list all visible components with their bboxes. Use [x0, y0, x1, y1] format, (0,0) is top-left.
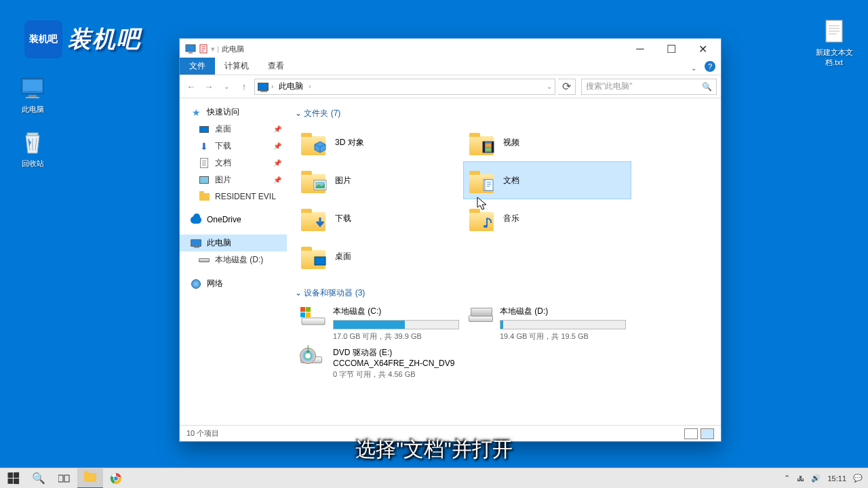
svg-rect-25 — [302, 318, 325, 325]
close-button[interactable]: ✕ — [687, 39, 718, 59]
svg-rect-11 — [189, 52, 193, 54]
ribbon-expand-icon[interactable]: ⌄ — [686, 62, 702, 75]
refresh-button[interactable]: ⟳ — [558, 79, 576, 95]
minimize-button[interactable]: ─ — [625, 39, 656, 59]
folder-music[interactable]: 音乐 — [463, 199, 631, 237]
tray-clock[interactable]: 15:11 — [827, 474, 846, 483]
help-icon[interactable]: ? — [705, 61, 715, 72]
sidebar-this-pc[interactable]: 此电脑 — [180, 235, 287, 251]
folder-downloads[interactable]: 下载 — [295, 199, 463, 237]
system-tray: ⌃ 🖧 🔊 15:11 💬 — [778, 474, 868, 483]
svg-rect-4 — [27, 133, 38, 136]
pin-icon: 📌 — [273, 159, 281, 167]
view-icons-button[interactable] — [701, 428, 714, 439]
taskbar-taskview[interactable] — [52, 468, 77, 489]
music-icon — [481, 216, 495, 230]
search-placeholder: 搜索"此电脑" — [586, 81, 633, 92]
chevron-down-icon[interactable]: ⌄ — [547, 83, 552, 90]
tray-notifications-icon[interactable]: 💬 — [853, 474, 863, 483]
drive-e-dvd[interactable]: ↓ DVD 驱动器 (E:)CCCOMA_X64FRE_ZH-CN_DV90 字… — [295, 344, 498, 382]
nav-sidebar: ★快速访问 桌面📌 ⬇下载📌 文档📌 图片📌 RESIDENT EVIL One… — [180, 98, 287, 425]
sidebar-documents[interactable]: 文档📌 — [180, 155, 287, 171]
folder-documents[interactable]: 文档 — [463, 161, 631, 199]
drive-c[interactable]: 本地磁盘 (C:)17.0 GB 可用，共 39.9 GB — [295, 303, 463, 344]
label: 回收站 — [22, 159, 44, 169]
dvd-icon — [300, 357, 322, 363]
hdd-icon — [469, 315, 493, 322]
sidebar-onedrive[interactable]: OneDrive — [180, 211, 287, 228]
ribbon-tabs: 文件 计算机 查看 ⌄ ? — [180, 59, 721, 75]
svg-rect-3 — [26, 97, 39, 98]
pc-icon — [258, 83, 269, 91]
svg-rect-31 — [64, 475, 69, 482]
nav-forward[interactable]: → — [201, 81, 216, 92]
tab-file[interactable]: 文件 — [180, 58, 215, 75]
taskbar: 🔍 ⌃ 🖧 🔊 15:11 💬 — [0, 468, 868, 488]
taskbar-explorer[interactable] — [77, 468, 103, 489]
svg-rect-14 — [483, 142, 485, 152]
svg-point-34 — [114, 476, 119, 481]
nav-up[interactable]: ↑ — [237, 81, 252, 92]
svg-rect-15 — [492, 142, 494, 152]
titlebar[interactable]: ▾ | 此电脑 ─ ☐ ✕ — [180, 39, 721, 59]
tab-view[interactable]: 查看 — [258, 58, 294, 75]
sidebar-pictures[interactable]: 图片📌 — [180, 171, 287, 188]
view-details-button[interactable] — [684, 428, 698, 439]
svg-rect-22 — [485, 180, 493, 190]
taskbar-chrome[interactable] — [103, 468, 129, 489]
nav-recent[interactable]: ⌄ — [219, 83, 234, 90]
drive-d[interactable]: 本地磁盘 (D:)19.4 GB 可用，共 19.5 GB — [463, 303, 631, 344]
item-count: 10 个项目 — [186, 428, 219, 439]
desktop-this-pc[interactable]: 此电脑 — [12, 75, 53, 115]
breadcrumb-this-pc[interactable]: 此电脑 — [276, 81, 306, 92]
nav-back[interactable]: ← — [184, 81, 199, 92]
sidebar-desktop[interactable]: 桌面📌 — [180, 121, 287, 138]
group-drives[interactable]: ⌄ 设备和驱动器 (3) — [295, 283, 713, 303]
pc-icon — [19, 75, 46, 102]
maximize-button[interactable]: ☐ — [656, 39, 687, 59]
tab-computer[interactable]: 计算机 — [215, 58, 258, 75]
sidebar-network[interactable]: 网络 — [180, 275, 287, 292]
svg-rect-24 — [315, 257, 326, 265]
image-icon — [313, 178, 327, 192]
search-input[interactable]: 搜索"此电脑" 🔍 — [581, 79, 717, 95]
star-icon: ★ — [191, 107, 201, 118]
svg-rect-29 — [306, 312, 311, 317]
sidebar-local-d[interactable]: 本地磁盘 (D:) — [180, 251, 287, 268]
taskbar-search[interactable]: 🔍 — [26, 468, 52, 489]
sidebar-downloads[interactable]: ⬇下载📌 — [180, 138, 287, 155]
breadcrumb[interactable]: › 此电脑 › ⌄ — [254, 79, 555, 95]
folder-icon — [84, 473, 96, 482]
tray-chevron-icon[interactable]: ⌃ — [784, 474, 790, 483]
brand-logo: 装机吧 装机吧 — [24, 20, 141, 58]
document-icon — [481, 178, 495, 192]
tray-network-icon[interactable]: 🖧 — [797, 474, 804, 483]
folder-desktop[interactable]: 桌面 — [295, 237, 463, 275]
cloud-icon — [191, 216, 201, 224]
pin-icon: 📌 — [273, 142, 281, 150]
sidebar-quick-access[interactable]: ★快速访问 — [180, 104, 287, 121]
start-button[interactable] — [0, 468, 26, 489]
svg-rect-30 — [58, 475, 63, 482]
address-bar: ← → ⌄ ↑ › 此电脑 › ⌄ ⟳ 搜索"此电脑" 🔍 — [180, 75, 721, 98]
explorer-window: ▾ | 此电脑 ─ ☐ ✕ 文件 计算机 查看 ⌄ ? ← → ⌄ ↑ › 此电… — [179, 38, 722, 442]
folder-pictures[interactable]: 图片 — [295, 161, 463, 199]
desktop-recycle-bin[interactable]: 回收站 — [12, 129, 53, 169]
folder-3d-objects[interactable]: 3D 对象 — [295, 123, 463, 161]
tray-volume-icon[interactable]: 🔊 — [811, 474, 821, 483]
download-icon — [313, 216, 327, 230]
svg-rect-1 — [23, 80, 42, 91]
pin-icon: 📌 — [273, 176, 281, 184]
svg-point-23 — [484, 225, 488, 228]
film-icon — [481, 140, 495, 154]
sidebar-resident-evil[interactable]: RESIDENT EVIL — [180, 188, 287, 205]
folder-videos[interactable]: 视频 — [463, 123, 631, 161]
svg-rect-28 — [300, 312, 305, 317]
desktop-icon — [313, 254, 327, 268]
label: 此电脑 — [22, 104, 44, 115]
group-folders[interactable]: ⌄ 文件夹 (7) — [295, 104, 713, 123]
subtitle-caption: 选择"文档"并打开 — [355, 436, 512, 464]
main-pane: ⌄ 文件夹 (7) 3D 对象 视频 图片 文档 下载 音乐 桌面 ⌄ 设备和驱… — [287, 98, 721, 425]
desktop-txt-file[interactable]: 新建文本文档.txt — [810, 18, 859, 68]
folder-icon — [199, 193, 210, 201]
